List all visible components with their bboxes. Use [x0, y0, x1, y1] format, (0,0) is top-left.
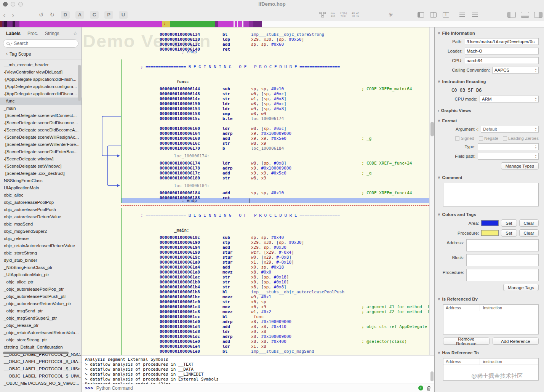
disassembly-line[interactable]: 0000000100006194addx29, sp, #0x30: [160, 243, 434, 248]
tag-scope-row[interactable]: Tag Scope: [0, 51, 82, 59]
disassembly-line[interactable]: [121, 54, 429, 59]
disassembly-line[interactable]: 0000000100006178adrpx9, #0x100009000: [160, 163, 434, 168]
search-field[interactable]: [3, 39, 78, 48]
type-letter-button[interactable]: P: [104, 11, 113, 19]
disassembly-line[interactable]: 00000001000061b4strx8, [sp, #0x8]: [160, 282, 434, 287]
analysis-minimap[interactable]: [0, 21, 544, 27]
disassembly-line[interactable]: 000000010000617caddx9, x9, #0x5e0; _g: [160, 168, 434, 173]
sidebar-item[interactable]: -[AppDelegate application:configura...: [0, 83, 82, 90]
sidebar-item[interactable]: -[SceneDelegate scene:willConnect...: [0, 112, 82, 119]
sections-list-icon[interactable]: [472, 13, 478, 17]
disassembly-line[interactable]: 00000001000061b8blimp___stubs__objc_auto…: [160, 287, 434, 292]
mode-toggle-icon[interactable]: if(b) f(b): [340, 12, 347, 18]
disassembly-line[interactable]: 000000010000614cstrw1, [sp, #0x8]: [160, 94, 434, 99]
minimap-segment[interactable]: [218, 21, 234, 27]
disassembly-line[interactable]: 0000000100006164adrpx9, #0x100009000: [160, 129, 434, 134]
minimap-segment[interactable]: [15, 21, 19, 27]
sidebar-item[interactable]: _NSStringFromClass_ptr: [0, 264, 82, 271]
disassembly-line[interactable]: 000000010000619csturw0, [x29, #-0x8]: [160, 253, 434, 258]
undo-button[interactable]: [39, 11, 44, 18]
disassembly-line[interactable]: 00000001000061c4movx0, x9; argument #1 f…: [160, 302, 434, 307]
sidebar-item[interactable]: _OBJC_METACLASS_RO_$_ViewC...: [0, 380, 82, 387]
sidebar-item[interactable]: _objc_msgSendSuper2_ptr: [0, 315, 82, 322]
sidebar-item[interactable]: -[SceneDelegate .cxx_destruct]: [0, 170, 82, 177]
minimap-segment[interactable]: [4, 21, 7, 27]
disassembly-line[interactable]: _func:: [121, 79, 429, 84]
disassembly-line[interactable]: 00000001000061e4ldrx1, x8: [160, 342, 434, 347]
clear-console-icon[interactable]: [426, 386, 431, 391]
sidebar-item[interactable]: objc_autoreleaseReturnValue: [0, 213, 82, 221]
minimap-segment[interactable]: [215, 21, 218, 27]
minimap-segment[interactable]: [19, 21, 162, 27]
section-header[interactable]: Graphic Views: [435, 108, 544, 113]
disassembly-line[interactable]: 0000000100006168addx9, x9, #0x5e0; _g: [160, 134, 434, 139]
disassembly-line[interactable]: 00000001000061c0strx0, sp: [160, 297, 434, 302]
minimap-segment[interactable]: [262, 21, 544, 27]
disassembly-line[interactable]: 0000000100006154ldrw9, [sp, #0x8]: [160, 104, 434, 109]
sidebar-item[interactable]: _objc_autoreleasePoolPop_ptr: [0, 286, 82, 293]
tab-labels[interactable]: Labels: [6, 31, 21, 36]
redo-button[interactable]: [50, 11, 55, 18]
minimap-segment[interactable]: [243, 21, 249, 27]
sidebar-item[interactable]: objc_release: [0, 235, 82, 242]
sidebar-item[interactable]: -[SceneDelegate sceneWillResignAc...: [0, 134, 82, 141]
disassembly-line[interactable]: 0000000100006144subsp, sp, #0x10; CODE X…: [160, 84, 434, 89]
sidebar-item[interactable]: -[SceneDelegate sceneWillEnterFore...: [0, 141, 82, 148]
sidebar-item[interactable]: objc_autoreleasePoolPush: [0, 206, 82, 213]
disassembly-line[interactable]: 0000000100006158cmpw8, w9: [160, 109, 434, 114]
disassembly-line[interactable]: 00000001000061ccbl_func: [160, 312, 434, 317]
sidebar-item[interactable]: -[SceneDelegate window]: [0, 155, 82, 163]
disassembly-line[interactable]: 00000001000061a4addx0, sp, #0x18: [160, 262, 434, 267]
address-tag-field[interactable]: [466, 239, 539, 251]
minimap-segment[interactable]: [249, 21, 253, 27]
argument-format-select[interactable]: Default: [481, 126, 539, 133]
sidebar-item[interactable]: __OBJC_LABEL_PROTOCOL_$_UIW...: [0, 373, 82, 380]
disassembly-line[interactable]: 0000000100006180strw8, x9: [160, 173, 434, 178]
sidebar-item[interactable]: __OBJC_LABEL_PROTOCOL_$_UISc...: [0, 365, 82, 373]
section-header[interactable]: Is Referenced By: [435, 297, 544, 301]
sidebar-item[interactable]: _main: [0, 105, 82, 112]
sidebar-item[interactable]: -[SceneDelegate sceneDidEnterBac...: [0, 148, 82, 155]
disassembly-line[interactable]: 00000001000061e0addx8, x8, #0x400; @sele…: [160, 337, 434, 342]
is-referenced-by-body[interactable]: [443, 311, 538, 334]
disassembly-line[interactable]: 00000001000061b0strx0, [sp, #0x10]: [160, 277, 434, 282]
section-header[interactable]: Comment: [435, 175, 544, 180]
disassembly-scrollbar-thumb[interactable]: [430, 122, 434, 136]
type-letter-button[interactable]: U: [119, 11, 128, 19]
disassembly-line[interactable]: 0000000100006190stpx29, x30, [sp, #0x30]: [160, 238, 434, 243]
sidebar-item[interactable]: -[SceneDelegate sceneDidDisconne...: [0, 119, 82, 126]
section-header[interactable]: Colors and Tags: [435, 212, 544, 217]
area-color-swatch[interactable]: [481, 220, 499, 226]
format-checkbox[interactable]: Negate: [479, 136, 498, 141]
block-tag-field[interactable]: [466, 254, 539, 266]
section-header[interactable]: Has Reference To: [435, 350, 544, 355]
disassembly-line[interactable]: _main:: [121, 228, 429, 233]
disassembly-line[interactable]: 000000010000613caddsp, sp, #0x60: [160, 40, 434, 45]
disassembly-line[interactable]: loc_100006184:: [121, 183, 429, 188]
disassembly-line[interactable]: 00000001000061d8ldrx0, x8: [160, 327, 434, 332]
sidebar-vertical-scrollbar[interactable]: [78, 65, 81, 101]
type-letter-button[interactable]: D: [61, 11, 70, 19]
show-grid-icon[interactable]: [430, 12, 437, 18]
favorites-star-icon[interactable]: [73, 30, 77, 36]
console-action-icon[interactable]: [418, 386, 423, 390]
type-letter-button[interactable]: C: [90, 11, 99, 19]
disassembly-scrollbar[interactable]: [429, 27, 434, 355]
sidebar-item[interactable]: _objc_retainAutoreleasedReturnValu...: [0, 329, 82, 336]
sidebar-item[interactable]: dyld_stub_binder: [0, 257, 82, 264]
sidebar-item[interactable]: _UIApplicationMain_ptr: [0, 271, 82, 278]
procedure-set-button[interactable]: Set: [501, 229, 517, 237]
remove-reference-button[interactable]: Remove Reference: [443, 338, 490, 345]
path-field[interactable]: [465, 38, 539, 45]
disassembly-line[interactable]: 0000000100006140ret: [160, 45, 434, 50]
disassembly-line[interactable]: 0000000100006184addsp, sp, #0x10; CODE X…: [160, 188, 434, 193]
disassembly-line[interactable]: 000000010000618csubsp, sp, #0x40: [160, 233, 434, 238]
sidebar-item[interactable]: _func: [0, 98, 82, 105]
disassembly-line[interactable]: 00000001000061d0adrpx8, #0x100009000: [160, 317, 434, 322]
mode-toggle-icon[interactable]: mov asm: [331, 12, 335, 18]
sidebar-item[interactable]: _objc_autoreleaseReturnValue_ptr: [0, 300, 82, 307]
disassembly-line[interactable]: ; ================ B E G I N N I N G O F…: [121, 213, 429, 218]
toggle-bottom-panel-icon[interactable]: [521, 12, 529, 18]
tab-strings[interactable]: Strings: [45, 31, 59, 36]
type-letter-button[interactable]: A: [75, 11, 84, 19]
